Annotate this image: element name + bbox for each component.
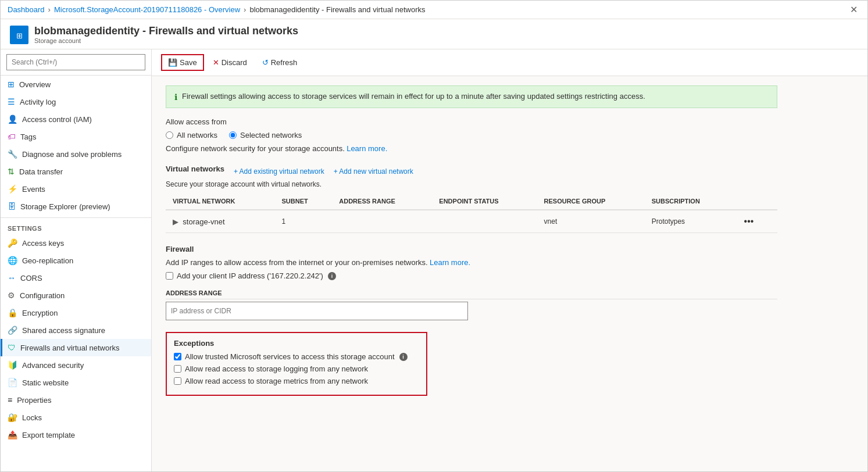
ip-cidr-input[interactable] — [166, 302, 468, 320]
allow-access-section: Allow access from All networks Selected … — [166, 117, 777, 153]
exception-row-2: Allow read access to storage metrics fro… — [174, 377, 419, 385]
content-area: 💾 Save ✕ Discard ↺ Refresh ℹ — [152, 49, 867, 471]
sidebar-item-activity-log[interactable]: ☰ Activity log — [1, 93, 151, 110]
sidebar-item-configuration[interactable]: ⚙ Configuration — [1, 287, 151, 304]
firewall-description: Add IP ranges to allow access from the i… — [166, 258, 777, 267]
cors-icon: ↔ — [8, 273, 16, 283]
grid-icon: ⊞ — [8, 80, 15, 89]
search-input[interactable] — [6, 54, 145, 70]
table-header-row: VIRTUAL NETWORK SUBNET ADDRESS RANGE END… — [166, 193, 777, 210]
sidebar-item-encryption[interactable]: 🔒 Encryption — [1, 304, 151, 321]
sidebar: ⊞ Overview ☰ Activity log 👤 Access contr… — [1, 49, 152, 471]
breadcrumb-storage[interactable]: Microsoft.StorageAccount-20190711180826 … — [54, 5, 240, 14]
flash-icon: ⚡ — [8, 184, 17, 194]
sidebar-label-access-keys: Access keys — [22, 239, 64, 248]
save-label: Save — [180, 58, 197, 67]
sidebar-label-firewalls: Firewalls and virtual networks — [20, 344, 120, 352]
save-icon: 💾 — [168, 58, 177, 67]
page-title: blobmanagedidentity - Firewalls and virt… — [34, 25, 298, 37]
th-subscription: SUBSCRIPTION — [645, 193, 734, 210]
settings-section-label: Settings — [1, 217, 151, 234]
storage-icon: 🗄 — [8, 202, 16, 211]
client-ip-info-icon[interactable]: i — [328, 272, 336, 280]
page-content: ℹ Firewall settings allowing access to s… — [152, 76, 867, 471]
sidebar-label-adv-security: Advanced security — [22, 361, 84, 370]
exception-checkbox-2[interactable] — [174, 377, 181, 385]
tag-icon: 🏷 — [8, 132, 16, 141]
th-address-range: ADDRESS RANGE — [332, 193, 432, 210]
sidebar-item-tags[interactable]: 🏷 Tags — [1, 128, 151, 145]
sidebar-item-overview[interactable]: ⊞ Overview — [1, 76, 151, 93]
row-more-button[interactable]: ••• — [741, 215, 758, 228]
breadcrumb-sep-1: › — [48, 5, 51, 14]
address-range-section: ADDRESS RANGE — [166, 287, 777, 320]
sidebar-item-storage-explorer[interactable]: 🗄 Storage Explorer (preview) — [1, 198, 151, 215]
sidebar-label-configuration: Configuration — [20, 291, 65, 300]
vnet-table: VIRTUAL NETWORK SUBNET ADDRESS RANGE END… — [166, 193, 777, 233]
sidebar-label-tags: Tags — [20, 133, 36, 141]
sidebar-item-diagnose[interactable]: 🔧 Diagnose and solve problems — [1, 145, 151, 163]
selected-networks-radio[interactable] — [229, 131, 237, 139]
sidebar-item-properties[interactable]: ≡ Properties — [1, 391, 151, 409]
props-icon: ≡ — [8, 395, 12, 405]
client-ip-label: Add your client IP address ('167.220.2.2… — [177, 271, 323, 280]
sidebar-item-firewalls[interactable]: 🛡 Firewalls and virtual networks — [1, 339, 151, 356]
breadcrumb-sep-2: › — [244, 5, 246, 14]
close-button[interactable]: ✕ — [846, 3, 860, 17]
table-row: ▶ storage-vnet 1 vnet Prototypes — [166, 210, 777, 233]
sidebar-item-adv-security[interactable]: 🔰 Advanced security — [1, 356, 151, 374]
breadcrumb: Dashboard › Microsoft.StorageAccount-201… — [8, 5, 846, 14]
add-new-vnet-link[interactable]: Add new virtual network — [334, 167, 413, 176]
cell-subscription: Prototypes — [645, 210, 734, 233]
sidebar-item-data-transfer[interactable]: ⇅ Data transfer — [1, 163, 151, 180]
sidebar-item-export[interactable]: 📤 Export template — [1, 426, 151, 444]
sidebar-item-cors[interactable]: ↔ CORS — [1, 269, 151, 287]
exception-row-1: Allow read access to storage logging fro… — [174, 364, 419, 373]
svg-text:⊞: ⊞ — [16, 31, 23, 40]
info-circle-icon: ℹ — [174, 92, 177, 102]
th-vnet: VIRTUAL NETWORK — [166, 193, 274, 210]
config-icon: ⚙ — [8, 291, 15, 300]
all-networks-option[interactable]: All networks — [166, 131, 217, 140]
sidebar-item-iam[interactable]: 👤 Access control (IAM) — [1, 110, 151, 128]
cell-endpoint-status — [432, 210, 537, 233]
key-icon: 🔑 — [8, 238, 17, 248]
breadcrumb-current: blobmanagedidentity - Firewalls and virt… — [249, 5, 425, 14]
all-networks-radio[interactable] — [166, 131, 173, 139]
sidebar-label-activity-log: Activity log — [20, 98, 56, 106]
sidebar-item-events[interactable]: ⚡ Events — [1, 180, 151, 198]
refresh-button[interactable]: ↺ Refresh — [256, 55, 304, 70]
sidebar-item-static-website[interactable]: 📄 Static website — [1, 374, 151, 391]
static-icon: 📄 — [8, 378, 17, 387]
sidebar-item-geo-replication[interactable]: 🌐 Geo-replication — [1, 252, 151, 269]
firewall-learn-more[interactable]: Learn more. — [430, 258, 470, 267]
save-button[interactable]: 💾 Save — [161, 54, 204, 71]
expand-arrow[interactable]: ▶ — [173, 217, 178, 226]
exception-checkbox-0[interactable] — [174, 353, 181, 360]
vnet-title: Virtual networks — [166, 165, 224, 173]
client-ip-checkbox[interactable] — [166, 272, 173, 280]
discard-button[interactable]: ✕ Discard — [206, 55, 253, 70]
th-actions — [734, 193, 777, 210]
sidebar-label-static-website: Static website — [22, 378, 69, 387]
shield-icon: 🔰 — [8, 360, 17, 370]
sidebar-label-data-transfer: Data transfer — [19, 167, 63, 176]
wrench-icon: 🔧 — [8, 149, 17, 159]
allow-access-label: Allow access from — [166, 117, 777, 126]
firewall-icon: 🛡 — [8, 343, 16, 352]
sidebar-label-export: Export template — [22, 431, 75, 439]
all-networks-label: All networks — [177, 131, 217, 140]
sidebar-item-access-keys[interactable]: 🔑 Access keys — [1, 234, 151, 252]
selected-networks-option[interactable]: Selected networks — [229, 131, 302, 140]
firewall-section: Firewall Add IP ranges to allow access f… — [166, 245, 777, 320]
sas-icon: 🔗 — [8, 326, 17, 335]
breadcrumb-dashboard[interactable]: Dashboard — [8, 5, 45, 14]
cell-more: ••• — [734, 210, 777, 233]
exception-checkbox-1[interactable] — [174, 365, 181, 373]
exception-info-icon-0[interactable]: i — [399, 353, 408, 361]
add-existing-vnet-link[interactable]: Add existing virtual network — [234, 167, 324, 176]
sidebar-item-sas[interactable]: 🔗 Shared access signature — [1, 321, 151, 339]
sidebar-label-cors: CORS — [20, 274, 42, 283]
configure-learn-more[interactable]: Learn more. — [347, 144, 387, 153]
sidebar-item-locks[interactable]: 🔐 Locks — [1, 409, 151, 426]
